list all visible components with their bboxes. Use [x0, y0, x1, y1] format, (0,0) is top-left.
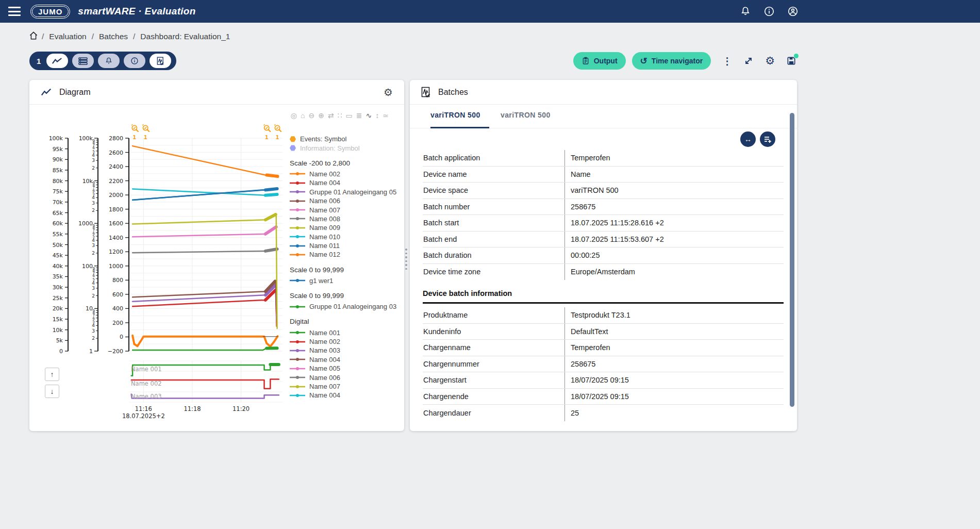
legend-item[interactable]: Name 005 [290, 364, 402, 373]
vertical-zoom-icon[interactable]: ↕ [375, 112, 379, 119]
chart-plot-area[interactable]: 100k95k90k85k80k75k70k65k60k55k50k45k40k… [35, 124, 292, 419]
zoom-in-icon[interactable]: ⊕ [318, 112, 324, 119]
legend-item[interactable]: Name 010 [290, 233, 402, 241]
legend-item[interactable]: Name 004 [290, 178, 402, 187]
legend-item[interactable]: g1 wer1 [290, 276, 402, 285]
axis-scroll-down-button[interactable]: ↓ [45, 385, 59, 398]
view-tab-line-chart[interactable] [46, 54, 68, 68]
add-to-list-button[interactable] [760, 131, 775, 147]
batch-info-value: variTRON 500 [564, 183, 784, 199]
autoscale-icon[interactable]: ≃ [383, 112, 389, 119]
time-navigator-button[interactable]: ↺ Time navigator [632, 52, 711, 70]
eraser-icon[interactable]: ▭ [346, 112, 353, 119]
x-axis-date-label: 18.07.2025+2 [122, 412, 165, 419]
help-info-icon[interactable] [763, 6, 775, 17]
device-info-value: Temperofen [564, 340, 784, 356]
legend-item[interactable]: Name 004 [290, 355, 402, 364]
event-marker[interactable]: 1 [131, 124, 138, 140]
expand-columns-button[interactable]: ↔ [740, 131, 756, 147]
batch-info-label: Batch start [423, 219, 564, 227]
legend-item-label: Name 005 [309, 365, 340, 372]
svg-text:10k: 10k [53, 327, 63, 334]
legend-item[interactable]: Gruppe 01 Analogeingang 03 [290, 302, 402, 311]
legend-item[interactable]: Name 012 [290, 250, 402, 259]
batches-scrollbar[interactable] [790, 113, 794, 407]
legend-line-swatch [290, 375, 305, 380]
legend-item[interactable]: Events: Symbol [290, 135, 402, 143]
legend-line-swatch [290, 189, 305, 194]
settings-gear-icon[interactable]: ⚙ [765, 55, 775, 67]
select-icon[interactable]: ∷ [338, 112, 342, 119]
series-name-012 [132, 336, 277, 346]
home-icon[interactable] [28, 30, 39, 43]
legend-item[interactable]: Name 001 [290, 328, 402, 337]
info-icon [130, 57, 139, 65]
series-gruppe-01-analogeingang-03 [132, 348, 277, 350]
camera-icon[interactable]: ◎ [291, 112, 297, 119]
axis-scroll-up-button[interactable]: ↑ [45, 368, 59, 381]
device-info-value: 25 [564, 405, 784, 421]
legend-item[interactable]: Information: Symbol [290, 143, 402, 152]
layers-icon[interactable]: ≣ [356, 112, 362, 119]
output-button[interactable]: Output [573, 52, 626, 70]
legend-item-label: Name 010 [309, 233, 340, 241]
line-mode-icon[interactable]: ∿ [366, 112, 372, 119]
svg-text:4: 4 [92, 238, 95, 243]
top-navbar: JUMO smartWARE · Evaluation [0, 0, 980, 23]
svg-text:35k: 35k [53, 273, 63, 280]
legend-item[interactable]: Name 002 [290, 170, 402, 178]
legend-item[interactable]: Name 006 [290, 373, 402, 382]
diagram-settings-gear-icon[interactable]: ⚙ [384, 86, 393, 98]
pan-icon[interactable]: ⇄ [328, 112, 334, 119]
legend-scale-heading: Scale -200 to 2,800 [290, 159, 402, 167]
svg-text:100k: 100k [49, 135, 63, 142]
legend-line-swatch [290, 348, 305, 353]
batches-panel-header: Batches [410, 80, 797, 105]
legend-item[interactable]: Name 004 [290, 391, 402, 400]
more-options-kebab-icon[interactable]: ⋮ [722, 55, 732, 67]
batch-info-label: Batch duration [423, 251, 564, 259]
legend-scale-heading: Scale 0 to 99,999 [290, 292, 402, 300]
svg-text:45k: 45k [53, 252, 63, 259]
menu-icon[interactable] [8, 7, 21, 16]
svg-text:1800: 1800 [109, 206, 123, 213]
legend-line-swatch [290, 339, 305, 344]
legend-item[interactable]: Gruppe 01 Analogeingang 05 [290, 188, 402, 196]
legend-item[interactable]: Name 003 [290, 346, 402, 355]
svg-text:10: 10 [86, 305, 93, 312]
legend-item[interactable]: Name 009 [290, 223, 402, 232]
legend-item[interactable]: Name 011 [290, 241, 402, 250]
svg-text:1600: 1600 [109, 220, 123, 227]
fullscreen-expand-icon[interactable] [743, 56, 754, 66]
svg-text:100k: 100k [79, 135, 93, 142]
legend-item[interactable]: Name 002 [290, 337, 402, 346]
svg-text:55k: 55k [53, 231, 63, 238]
legend-line-swatch [290, 180, 305, 186]
legend-item[interactable]: Name 007 [290, 382, 402, 391]
event-marker[interactable]: 1 [263, 124, 270, 140]
legend-item[interactable]: Name 007 [290, 205, 402, 214]
event-marker[interactable]: 1 [274, 124, 281, 140]
breadcrumb-item[interactable]: Batches [99, 32, 128, 41]
tab-varitron-500-2[interactable]: variTRON 500 [501, 111, 559, 128]
legend-line-swatch [290, 384, 305, 389]
view-tab-batch-chart[interactable] [150, 54, 171, 68]
legend-line-swatch [290, 207, 305, 212]
account-icon[interactable] [787, 6, 799, 17]
view-tab-server[interactable] [72, 54, 94, 68]
panel-resize-handle[interactable] [405, 249, 407, 270]
save-dashboard-icon[interactable] [786, 56, 796, 66]
notifications-bell-icon[interactable] [740, 6, 751, 17]
batch-info-label: Device time zone [423, 268, 564, 276]
legend-item[interactable]: Name 006 [290, 196, 402, 205]
view-tab-info[interactable] [124, 54, 145, 68]
home-icon[interactable]: ⌂ [301, 112, 305, 119]
svg-text:10k: 10k [82, 178, 93, 185]
view-tab-alarm-bell[interactable] [98, 54, 120, 68]
legend-item[interactable]: Name 008 [290, 214, 402, 223]
event-marker[interactable]: 1 [142, 124, 149, 140]
tab-varitron-500-1[interactable]: variTRON 500 [430, 111, 489, 128]
breadcrumb-item[interactable]: Evaluation [49, 32, 86, 41]
zoom-out-icon[interactable]: ⊖ [308, 112, 314, 119]
breadcrumb-item[interactable]: Dashboard: Evaluation_1 [140, 32, 230, 41]
